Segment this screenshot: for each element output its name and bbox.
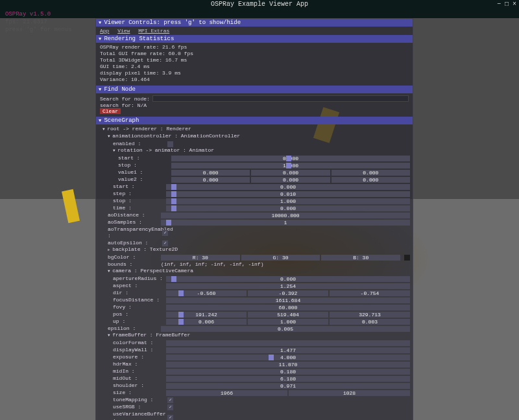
param-exposure-label: exposure :: [113, 354, 163, 360]
param-up-z[interactable]: 0.003: [330, 319, 410, 325]
app-menubar: [0, 9, 519, 18]
param-value1-y[interactable]: 0.000: [251, 170, 330, 176]
param-rstart-slider[interactable]: 0.000: [166, 184, 410, 190]
tree-backplate[interactable]: backplate : Texture2D: [108, 246, 410, 253]
param-colorformat-label: colorFormat :: [113, 340, 163, 346]
param-up-x[interactable]: 0.006: [166, 319, 247, 325]
search-input[interactable]: [152, 95, 409, 102]
param-value1-z[interactable]: 0.000: [332, 170, 410, 176]
param-dir-y[interactable]: -0.392: [248, 290, 328, 296]
param-colorformat-input[interactable]: [166, 340, 410, 346]
param-aosamples-slider[interactable]: 1: [161, 220, 410, 226]
param-aodistance-slider[interactable]: 10000.000: [161, 213, 410, 218]
param-dir-x[interactable]: -0.560: [166, 290, 247, 296]
param-bounds-label: bounds :: [108, 261, 158, 268]
param-dir-z[interactable]: -0.754: [330, 290, 410, 296]
param-enabled-checkbox[interactable]: [167, 141, 173, 147]
param-tonemap-checkbox[interactable]: ✓: [167, 397, 173, 403]
param-size-w[interactable]: 1966: [166, 390, 287, 396]
param-fovy-slider[interactable]: 60.000: [166, 305, 410, 310]
param-pos-x[interactable]: 191.242: [166, 312, 247, 318]
param-rstop-label: stop :: [113, 198, 163, 204]
scenegraph-header[interactable]: SceneGraph: [96, 117, 413, 124]
param-value2-z[interactable]: 0.000: [332, 177, 410, 183]
tree-root[interactable]: root -> renderer : Renderer: [103, 126, 410, 133]
param-varbuf-label: useVarianceBuffer :: [113, 411, 163, 420]
param-autoeps-checkbox[interactable]: ✓: [162, 240, 168, 246]
param-midout-slider[interactable]: 6.180: [166, 376, 410, 382]
param-bgcolor-swatch[interactable]: [404, 255, 410, 261]
param-size-h[interactable]: 1028: [289, 390, 410, 396]
param-stop-slider[interactable]: 1.000: [171, 163, 410, 169]
tree-anim-controller[interactable]: animationcontroller : AnimationControlle…: [108, 133, 410, 140]
param-aotrans-checkbox[interactable]: ✓: [162, 230, 168, 236]
maximize-icon[interactable]: □: [505, 0, 509, 9]
find-node-body: Search for node: search for: N/A Clear: [96, 93, 413, 117]
viewer-controls-header[interactable]: Viewer Controls: press 'g' to show/hide: [96, 19, 413, 27]
param-epsilon-slider[interactable]: 0.005: [161, 326, 410, 332]
param-start-label: start :: [118, 155, 169, 161]
param-rstop-slider[interactable]: 1.000: [166, 198, 410, 204]
param-midout-label: midOut :: [113, 375, 163, 382]
window-titlebar: OSPRay Example Viewer App − □ ×: [0, 0, 519, 9]
minimize-icon[interactable]: −: [497, 0, 501, 9]
rendering-stats-header[interactable]: Rendering Statistics: [96, 35, 413, 43]
clear-button[interactable]: Clear: [100, 108, 121, 114]
param-shoulder-slider[interactable]: 0.971: [166, 383, 410, 389]
param-displaywall-slider[interactable]: 1.477: [166, 347, 410, 353]
param-aperture-slider[interactable]: 0.000: [166, 276, 410, 282]
param-up-label: up :: [113, 318, 163, 325]
param-focus-slider[interactable]: 1611.684: [166, 298, 410, 303]
param-pos-y[interactable]: 519.404: [248, 312, 328, 318]
param-varbuf-checkbox[interactable]: ✓: [167, 415, 173, 421]
param-midin-slider[interactable]: 0.180: [166, 369, 410, 375]
hud-hint: press 'g' for menus: [5, 26, 72, 34]
tree-framebuffer[interactable]: frameBuffer : FrameBuffer: [108, 332, 410, 339]
param-bgcolor-g[interactable]: G: 30: [241, 255, 320, 261]
param-rstart-label: start :: [113, 183, 163, 190]
search-label: Search for node:: [100, 96, 150, 102]
tree-rotation-animator[interactable]: rotation -> animator : Animator: [113, 147, 410, 154]
param-value2-x[interactable]: 0.000: [171, 177, 250, 183]
menu-view[interactable]: View: [117, 28, 130, 34]
param-displaywall-label: displayWall :: [113, 347, 163, 353]
scenegraph-tree[interactable]: root -> renderer : Renderer animationcon…: [96, 124, 413, 420]
param-value1-x[interactable]: 0.000: [171, 170, 250, 176]
param-value2-y[interactable]: 0.000: [251, 177, 330, 183]
window-title: OSPRay Example Viewer App: [211, 1, 308, 8]
viewport-hud: OSPRay v1.5.0 fps: 21.6317 press 'g' for…: [5, 10, 72, 34]
stat-variance: Variance: 10.464: [100, 76, 409, 83]
tree-camera[interactable]: camera : PerspectiveCamera: [108, 268, 410, 275]
param-aspect-slider[interactable]: 1.254: [166, 283, 410, 289]
imgui-panel[interactable]: Viewer Controls: press 'g' to show/hide …: [95, 18, 413, 420]
param-bounds-value: (inf, inf, inf; -inf, -inf, -inf): [161, 261, 263, 268]
param-rstep-slider[interactable]: 0.010: [166, 191, 410, 197]
menu-app[interactable]: App: [100, 28, 109, 34]
param-focus-label: focusDistance :: [113, 297, 163, 303]
param-shoulder-label: shoulder :: [113, 382, 163, 389]
param-exposure-slider[interactable]: 4.000: [166, 355, 410, 360]
menu-mpi[interactable]: MPI Extras: [138, 28, 169, 34]
param-dir-label: dir :: [113, 290, 163, 296]
param-up-y[interactable]: 1.000: [248, 319, 328, 325]
param-tonemap-label: toneMapping :: [113, 397, 163, 403]
param-aspect-label: aspect :: [113, 283, 163, 289]
param-bgcolor-r[interactable]: R: 30: [161, 255, 240, 261]
param-srgb-checkbox[interactable]: ✓: [167, 404, 173, 410]
param-bgcolor-b[interactable]: B: 30: [321, 255, 400, 261]
find-node-header[interactable]: Find Node: [96, 86, 413, 93]
param-enabled-label: enabled :: [113, 141, 163, 147]
panel-menubar: App View MPI Extras: [96, 27, 413, 35]
param-bgcolor-label: bgColor :: [108, 254, 158, 261]
param-value2-label: value2 :: [118, 176, 169, 183]
param-pos-label: pos :: [113, 311, 163, 318]
param-value1-label: value1 :: [118, 169, 169, 176]
param-pos-z[interactable]: 329.713: [330, 312, 410, 318]
param-start-slider[interactable]: 0.000: [171, 156, 410, 161]
close-icon[interactable]: ×: [513, 0, 516, 9]
param-fovy-label: fovy :: [113, 304, 163, 310]
stat-gui-framerate: Total GUI frame rate: 60.0 fps: [100, 51, 409, 57]
param-rtime-slider[interactable]: 0.000: [166, 205, 410, 211]
param-hdrmax-slider[interactable]: 11.070: [166, 362, 410, 368]
param-srgb-label: useSRGB :: [113, 404, 163, 410]
